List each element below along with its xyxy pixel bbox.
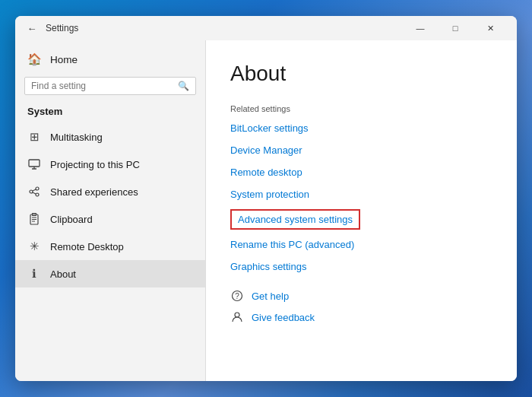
sidebar-item-about[interactable]: ℹ About	[15, 260, 205, 287]
get-help-link[interactable]: Get help	[252, 291, 289, 302]
rename-pc-link[interactable]: Rename this PC (advanced)	[230, 237, 492, 252]
give-feedback-link[interactable]: Give feedback	[252, 312, 315, 323]
sidebar-item-clipboard[interactable]: Clipboard	[15, 205, 205, 233]
help-section: ? Get help Give feedback	[230, 289, 492, 324]
sidebar-item-shared[interactable]: Shared experiences	[15, 178, 205, 205]
window-title: Settings	[46, 23, 403, 33]
sidebar-item-label: Multitasking	[50, 132, 103, 143]
give-feedback-icon	[230, 310, 244, 324]
search-icon[interactable]: 🔍	[178, 81, 189, 91]
sidebar-section-title: System	[15, 103, 205, 123]
sidebar-item-label: Shared experiences	[50, 186, 138, 198]
shared-icon	[27, 185, 41, 198]
svg-point-4	[36, 187, 39, 190]
give-feedback-item[interactable]: Give feedback	[230, 310, 492, 324]
related-settings-label: Related settings	[230, 104, 492, 113]
back-button[interactable]: ←	[24, 21, 40, 36]
sidebar-item-projecting[interactable]: Projecting to this PC	[15, 151, 205, 178]
page-title: About	[230, 62, 492, 86]
clipboard-icon	[27, 212, 41, 226]
advanced-system-settings-link[interactable]: Advanced system settings	[230, 209, 360, 230]
get-help-icon: ?	[230, 289, 244, 303]
settings-window: ← Settings — □ ✕ 🏠 Home 🔍 System ⊞ Multi…	[15, 16, 517, 381]
close-button[interactable]: ✕	[473, 16, 508, 40]
graphics-settings-link[interactable]: Graphics settings	[230, 259, 492, 274]
system-protection-link[interactable]: System protection	[230, 187, 492, 202]
home-label: Home	[50, 54, 78, 65]
svg-point-3	[30, 190, 33, 193]
projecting-icon	[27, 157, 41, 171]
window-controls: — □ ✕	[403, 16, 508, 40]
get-help-item[interactable]: ? Get help	[230, 289, 492, 303]
svg-point-5	[36, 193, 39, 196]
search-box[interactable]: 🔍	[24, 77, 196, 95]
sidebar-item-home[interactable]: 🏠 Home	[15, 46, 205, 72]
sidebar-item-multitasking[interactable]: ⊞ Multitasking	[15, 123, 205, 151]
remote-icon: ✳	[27, 240, 41, 253]
search-input[interactable]	[31, 81, 178, 91]
svg-point-15	[235, 313, 239, 317]
minimize-button[interactable]: —	[403, 16, 438, 40]
device-manager-link[interactable]: Device Manager	[230, 143, 492, 157]
about-icon: ℹ	[27, 267, 41, 281]
maximize-button[interactable]: □	[438, 16, 473, 40]
sidebar-item-label: About	[50, 268, 76, 280]
sidebar-item-label: Remote Desktop	[50, 241, 124, 252]
titlebar: ← Settings — □ ✕	[15, 16, 517, 40]
svg-text:?: ?	[235, 292, 239, 300]
multitasking-icon: ⊞	[27, 130, 41, 144]
svg-line-7	[33, 192, 36, 194]
svg-rect-0	[29, 160, 40, 167]
bitlocker-link[interactable]: BitLocker settings	[230, 121, 492, 135]
remote-desktop-link[interactable]: Remote desktop	[230, 165, 492, 179]
sidebar-item-label: Clipboard	[50, 214, 93, 225]
sidebar-item-label: Projecting to this PC	[50, 159, 140, 170]
main-content: About Related settings BitLocker setting…	[206, 40, 517, 381]
sidebar: 🏠 Home 🔍 System ⊞ Multitasking	[15, 40, 205, 381]
svg-line-6	[33, 189, 36, 191]
home-icon: 🏠	[27, 52, 41, 66]
window-content: 🏠 Home 🔍 System ⊞ Multitasking	[15, 40, 517, 381]
sidebar-item-remote[interactable]: ✳ Remote Desktop	[15, 233, 205, 260]
